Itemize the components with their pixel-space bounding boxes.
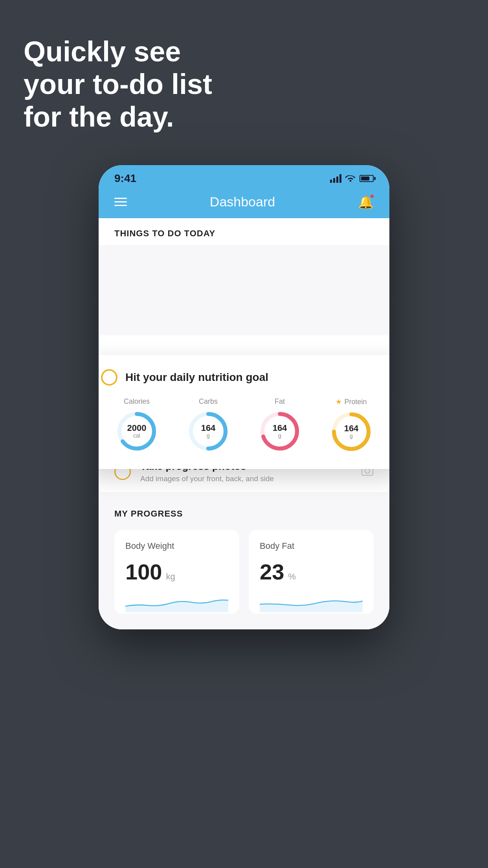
status-icons xyxy=(330,174,374,184)
calories-label: Calories xyxy=(124,397,150,406)
things-today-header: THINGS TO DO TODAY xyxy=(99,218,389,245)
fat-donut: 164 g xyxy=(258,410,301,453)
body-weight-card: Body Weight 100 kg xyxy=(114,530,239,614)
phone-frame: 9:41 xyxy=(99,165,389,629)
battery-icon xyxy=(360,175,374,182)
body-fat-unit: % xyxy=(288,572,296,582)
body-fat-value: 23 xyxy=(260,559,284,585)
star-icon: ★ xyxy=(336,397,342,406)
progress-cards: Body Weight 100 kg B xyxy=(114,530,374,614)
phone-wrapper: 9:41 xyxy=(99,165,389,629)
body-weight-card-title: Body Weight xyxy=(125,541,228,551)
header-title: Dashboard xyxy=(210,194,275,210)
nutrition-card: Hit your daily nutrition goal Calories xyxy=(99,355,389,469)
hamburger-menu[interactable] xyxy=(114,198,127,206)
wifi-icon xyxy=(345,174,356,184)
fat-value: 164 g xyxy=(273,423,287,439)
protein-donut: 164 g xyxy=(330,410,373,453)
carbs-value: 164 g xyxy=(201,423,216,439)
body-weight-unit: kg xyxy=(166,572,175,582)
hero-text: Quickly see your to-do list for the day. xyxy=(24,35,212,133)
calories-value: 2000 cal xyxy=(127,423,147,439)
todo-subtitle-photos: Add images of your front, back, and side xyxy=(140,474,352,483)
body-weight-value: 100 xyxy=(125,559,162,585)
things-today-title: THINGS TO DO TODAY xyxy=(114,228,215,238)
body-fat-card: Body Fat 23 % xyxy=(249,530,374,614)
fat-label: Fat xyxy=(275,397,285,406)
carbs-donut: 164 g xyxy=(187,410,230,453)
nutrition-calories: Calories 2000 cal xyxy=(115,397,158,453)
bell-icon[interactable]: 🔔 xyxy=(358,195,374,210)
carbs-label: Carbs xyxy=(199,397,218,406)
body-fat-card-title: Body Fat xyxy=(260,541,363,551)
app-header: Dashboard 🔔 xyxy=(99,189,389,218)
progress-title: MY PROGRESS xyxy=(114,509,374,519)
protein-label: ★ Protein xyxy=(336,397,367,406)
progress-section: MY PROGRESS Body Weight 100 kg xyxy=(99,493,389,629)
nutrition-fat: Fat 164 g xyxy=(258,397,301,453)
status-time: 9:41 xyxy=(114,172,136,185)
body-weight-value-row: 100 kg xyxy=(125,559,228,585)
calories-donut: 2000 cal xyxy=(115,410,158,453)
body-weight-chart xyxy=(125,592,228,612)
app-content: THINGS TO DO TODAY Hit your daily nutrit… xyxy=(99,218,389,629)
body-fat-value-row: 23 % xyxy=(260,559,363,585)
nutrition-carbs: Carbs 164 g xyxy=(187,397,230,453)
notification-dot xyxy=(370,194,374,199)
protein-value: 164 g xyxy=(344,424,359,440)
body-fat-chart xyxy=(260,592,363,612)
card-title: Hit your daily nutrition goal xyxy=(125,371,268,384)
signal-icon xyxy=(330,174,341,183)
status-bar: 9:41 xyxy=(99,165,389,189)
card-title-row: Hit your daily nutrition goal xyxy=(101,369,387,386)
svg-point-13 xyxy=(365,469,370,473)
hero-line3: for the day. xyxy=(24,101,212,133)
nutrition-row: Calories 2000 cal xyxy=(101,397,387,453)
nutrition-protein: ★ Protein 164 g xyxy=(330,397,373,453)
hero-line1: Quickly see xyxy=(24,35,212,68)
card-circle-check[interactable] xyxy=(101,369,117,386)
hero-line2: your to-do list xyxy=(24,68,212,101)
